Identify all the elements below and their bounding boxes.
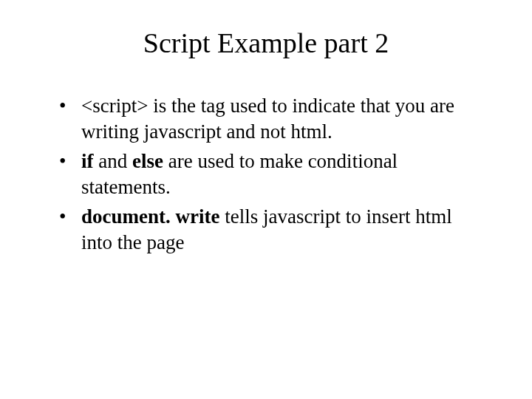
bullet-keyword: document. write xyxy=(81,205,219,228)
bullet-item: document. write tells javascript to inse… xyxy=(59,204,488,255)
slide-title: Script Example part 2 xyxy=(44,27,488,59)
bullet-keyword: <script> xyxy=(81,95,148,117)
bullet-keyword: if xyxy=(81,150,94,172)
bullet-item: if and else are used to make conditional… xyxy=(59,149,488,200)
bullet-text: and xyxy=(94,150,132,172)
bullet-item: <script> is the tag used to indicate tha… xyxy=(59,93,488,144)
slide: Script Example part 2 <script> is the ta… xyxy=(0,0,532,399)
bullet-keyword: else xyxy=(132,150,163,172)
bullet-list: <script> is the tag used to indicate tha… xyxy=(44,93,488,255)
